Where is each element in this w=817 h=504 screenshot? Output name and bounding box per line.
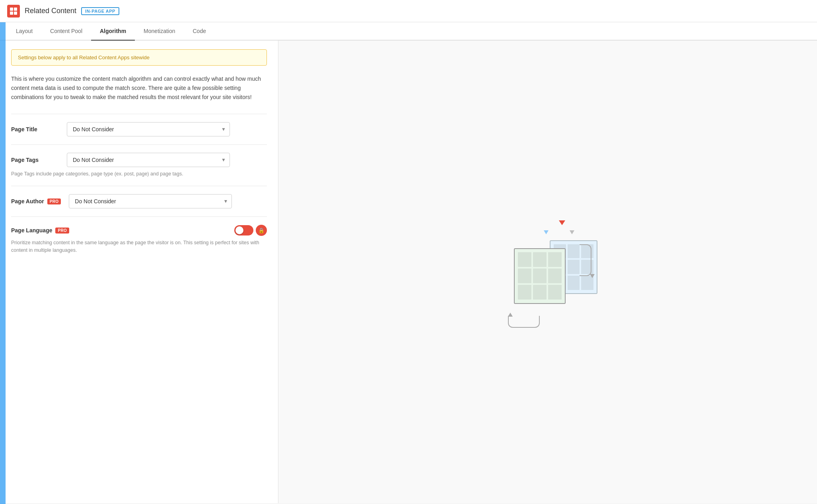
page-author-dropdown[interactable]: Do Not Consider Low Medium High — [69, 194, 232, 208]
right-panel — [278, 41, 817, 503]
main-layout: Settings below apply to all Related Cont… — [0, 41, 817, 503]
app-title: Related Content — [25, 7, 76, 15]
arrow-down-blue-left — [544, 230, 549, 234]
info-box: Settings below apply to all Related Cont… — [11, 49, 267, 66]
left-panel: Settings below apply to all Related Cont… — [0, 41, 278, 503]
lock-icon: 🔒 — [256, 225, 267, 236]
app-icon — [7, 5, 20, 18]
page-title-dropdown-wrapper: Do Not Consider Low Medium High ▼ — [67, 122, 267, 136]
diagram-box-green — [514, 248, 566, 304]
algorithm-description: This is where you customize the content … — [11, 74, 267, 102]
setting-row-page-tags: Page Tags Do Not Consider Low Medium Hig… — [11, 144, 267, 186]
pro-badge-author: PRO — [47, 198, 61, 204]
setting-row-page-title: Page Title Do Not Consider Low Medium Hi… — [11, 114, 267, 144]
right-arrow-down — [590, 274, 595, 278]
tab-layout[interactable]: Layout — [7, 22, 41, 41]
page-author-label: Page Author PRO — [11, 198, 61, 204]
page-tags-dropdown[interactable]: Do Not Consider Low Medium High — [67, 153, 230, 167]
arrow-down-red — [559, 220, 565, 225]
page-tags-label: Page Tags — [11, 157, 59, 163]
tab-algorithm[interactable]: Algorithm — [91, 22, 135, 41]
toggle-thumb — [235, 226, 243, 234]
page-title-dropdown[interactable]: Do Not Consider Low Medium High — [67, 122, 230, 136]
page-language-label: Page Language PRO — [11, 227, 69, 234]
info-message: Settings below apply to all Related Cont… — [18, 54, 150, 60]
page-title-label: Page Title — [11, 126, 59, 132]
top-bar: Related Content IN-PAGE APP — [0, 0, 817, 22]
bottom-curved-arrow — [508, 316, 540, 328]
page-language-subtext: Prioritize matching content in the same … — [11, 239, 267, 254]
page-tags-dropdown-wrapper: Do Not Consider Low Medium High ▼ — [67, 153, 267, 167]
setting-row-page-language: Page Language PRO 🔒 Prioritize matching … — [11, 216, 267, 262]
pro-badge-language: PRO — [55, 228, 69, 234]
tabs-bar: Layout Content Pool Algorithm Monetizati… — [0, 22, 817, 41]
tab-code[interactable]: Code — [184, 22, 215, 41]
page-language-toggle[interactable] — [234, 225, 253, 235]
in-page-badge: IN-PAGE APP — [81, 7, 119, 15]
page-language-toggle-wrapper[interactable]: 🔒 — [234, 225, 267, 236]
algorithm-diagram — [492, 208, 603, 336]
left-sidebar-stripe — [0, 22, 6, 503]
tab-monetization[interactable]: Monetization — [135, 22, 184, 41]
arrow-down-gray — [570, 230, 574, 234]
page-tags-subtext: Page Tags include page categories, page … — [11, 170, 267, 178]
right-curved-arrow — [580, 244, 591, 276]
bottom-arrow-up — [508, 313, 513, 317]
tab-content-pool[interactable]: Content Pool — [41, 22, 91, 41]
page-author-dropdown-wrapper: Do Not Consider Low Medium High ▼ — [69, 194, 267, 208]
setting-row-page-author: Page Author PRO Do Not Consider Low Medi… — [11, 186, 267, 216]
